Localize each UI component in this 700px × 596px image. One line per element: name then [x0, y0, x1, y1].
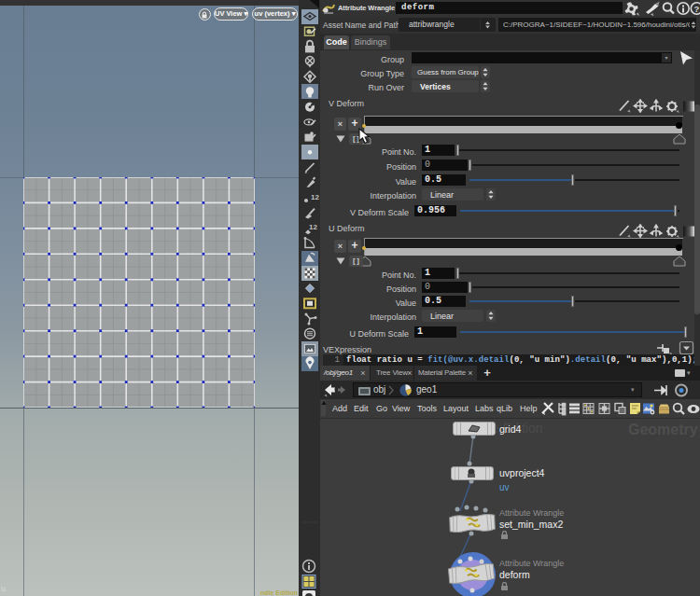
svg-text:?: ?	[694, 4, 700, 14]
svg-text:12: 12	[309, 223, 317, 231]
svg-text:12: 12	[311, 193, 319, 201]
